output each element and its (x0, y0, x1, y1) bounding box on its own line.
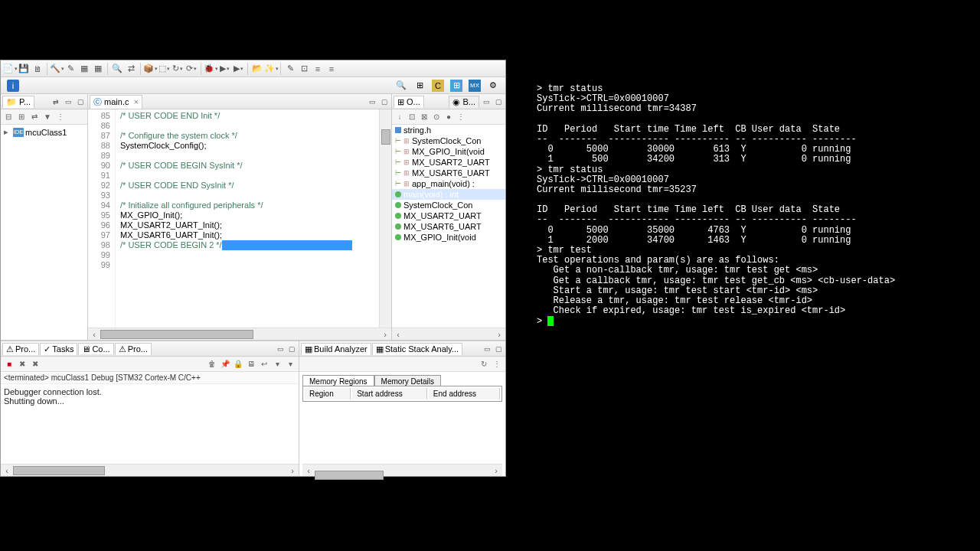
outline-menu-icon[interactable]: ⋮ (456, 112, 466, 122)
editor-tab[interactable]: ⓒ main.c × (90, 95, 142, 109)
maximize-editor-icon[interactable]: ▢ (379, 96, 390, 107)
code-line[interactable]: /* Configure the system clock */ (120, 131, 379, 141)
debug-icon[interactable]: 🐞 (204, 63, 217, 75)
sync-icon[interactable]: ⟳ (185, 63, 198, 75)
code-line[interactable]: /* Initialize all configured peripherals… (120, 201, 379, 210)
sort-icon[interactable]: ↓ (394, 112, 405, 122)
console-scrollbar[interactable]: ‹› (1, 464, 299, 476)
menu-icon[interactable]: ⋮ (55, 112, 66, 122)
info-icon[interactable]: i (7, 80, 19, 92)
filter2-icon[interactable]: ⊠ (419, 112, 430, 122)
outline-item[interactable]: MX_USART6_UART (392, 221, 505, 232)
save-all-icon[interactable]: 🗎 (31, 63, 44, 75)
save-icon[interactable]: 💾 (18, 63, 30, 75)
code-editor[interactable]: /* USER CODE END Init *//* Configure the… (116, 109, 379, 328)
memory-tab[interactable]: Memory Details (374, 375, 441, 386)
debug-perspective-icon[interactable]: ⊞ (450, 80, 462, 92)
code-line[interactable]: /* USER CODE BEGIN SysInit */ (120, 161, 379, 171)
minimize-editor-icon[interactable]: ▭ (367, 96, 377, 107)
tag-icon[interactable]: ⊡ (298, 63, 310, 75)
expand-icon[interactable]: ⊞ (16, 112, 27, 122)
outline-item[interactable]: ⊢⊞MX_USART6_UART (392, 168, 505, 178)
code-line[interactable] (120, 191, 379, 201)
new-console-icon[interactable]: ▾ (285, 359, 296, 370)
link-editor-icon[interactable]: ⇄ (51, 96, 61, 107)
project-tree[interactable]: ▸ IDE mcuClass1 (1, 125, 87, 340)
build-icon[interactable]: 🔨 (51, 63, 63, 75)
project-explorer-tab[interactable]: 📁 P... (2, 96, 34, 108)
wrap-icon[interactable]: ↩ (259, 359, 270, 370)
filter-icon[interactable]: ▼ (42, 112, 53, 122)
bottom-tab[interactable]: ▦Build Analyzer (301, 343, 371, 355)
edit-icon[interactable]: ✎ (284, 63, 296, 75)
min-console-icon[interactable]: ▭ (275, 345, 286, 353)
wand2-icon[interactable]: ✨ (265, 63, 277, 75)
wand-icon[interactable]: ✎ (64, 63, 77, 75)
editor-horizontal-scrollbar[interactable]: ‹ › (88, 328, 391, 340)
bottom-tab[interactable]: ▦Static Stack Analy... (372, 343, 462, 355)
outline-item[interactable]: main(void) : int (392, 189, 505, 200)
close-tab-icon[interactable]: × (134, 97, 139, 106)
list-icon[interactable]: ≡ (312, 63, 324, 75)
search-icon[interactable]: 🔍 (111, 63, 123, 75)
remove-icon[interactable]: ✖ (17, 359, 28, 370)
filter3-icon[interactable]: ⊙ (431, 112, 442, 122)
console-output[interactable]: Debugger connection lost.Shutting down..… (1, 384, 299, 464)
mx-perspective-icon[interactable]: MX (469, 80, 481, 92)
outline-scrollbar[interactable]: ‹ › (392, 328, 505, 340)
code-line[interactable]: /* USER CODE END SysInit */ (120, 181, 379, 191)
memory-scrollbar[interactable]: ‹ › (302, 464, 502, 476)
open-console-icon[interactable]: ▾ (272, 359, 283, 370)
lock-icon[interactable]: 🔒 (233, 359, 243, 370)
refresh-build-icon[interactable]: ↻ (479, 359, 489, 370)
minimize-outline-icon[interactable]: ▭ (481, 96, 492, 107)
pin-icon[interactable]: 📌 (220, 359, 230, 370)
collapse-all-icon[interactable]: ⊟ (3, 112, 14, 122)
serial-terminal[interactable]: > tmr status SysTick->CTRL=0x00010007 Cu… (506, 0, 980, 551)
folder-open-icon[interactable]: 📂 (251, 63, 263, 75)
minimize-view-icon[interactable]: ▭ (63, 96, 74, 107)
max-console-icon[interactable]: ▢ (286, 345, 297, 353)
maximize-outline-icon[interactable]: ▢ (493, 96, 504, 107)
outline-item[interactable]: SystemClock_Con (392, 200, 505, 210)
outline-item[interactable]: string.h (392, 125, 505, 135)
outline-item[interactable]: MX_GPIO_Init(void (392, 232, 505, 243)
chip2-icon[interactable]: ▦ (92, 63, 104, 75)
c-perspective-icon[interactable]: C (432, 80, 444, 92)
remove-all-icon[interactable]: ✖ (30, 359, 41, 370)
build-tab[interactable]: ◉ B... (449, 96, 479, 108)
build-menu-icon[interactable]: ⋮ (492, 359, 502, 370)
run-ext-icon[interactable]: ▶ (232, 63, 244, 75)
editor-vertical-scrollbar[interactable] (379, 109, 391, 328)
outline-item[interactable]: ⊢⊞MX_GPIO_Init(void (392, 146, 505, 157)
code-line[interactable]: MX_USART6_UART_Init(); (120, 230, 379, 240)
code-line[interactable] (120, 151, 379, 161)
link-icon[interactable]: ⇄ (125, 63, 137, 75)
search2-icon[interactable]: 🔍 (395, 80, 407, 92)
outline-item[interactable]: MX_USART2_UART (392, 210, 505, 221)
box-icon[interactable]: 📦 (144, 63, 156, 75)
outline-list[interactable]: string.h⊢⊞SystemClock_Con⊢⊞MX_GPIO_Init(… (392, 125, 505, 328)
display-icon[interactable]: 🖥 (246, 359, 256, 370)
scroll-left-icon[interactable]: ‹ (88, 330, 100, 339)
outline-item[interactable]: ⊢⊞SystemClock_Con (392, 135, 505, 146)
scroll-right-icon[interactable]: › (379, 330, 391, 339)
code-line[interactable] (120, 121, 379, 131)
outline-item[interactable]: ⊢⊞MX_USART2_UART (392, 157, 505, 168)
list2-icon[interactable]: ≡ (325, 63, 338, 75)
max-build-icon[interactable]: ▢ (493, 345, 504, 353)
memory-tab[interactable]: Memory Regions (302, 375, 374, 386)
code-line[interactable] (120, 171, 379, 181)
new-icon[interactable]: 📄 (4, 63, 16, 75)
min-build-icon[interactable]: ▭ (482, 345, 492, 353)
code-line[interactable]: MX_USART2_UART_Init(); (120, 220, 379, 230)
filter4-icon[interactable]: ● (443, 112, 454, 122)
code-line[interactable]: /* USER CODE BEGIN 2 */ (120, 240, 379, 250)
code-line[interactable]: SystemClock_Config(); (120, 141, 379, 151)
terminate-icon[interactable]: ■ (4, 359, 15, 370)
link-icon[interactable]: ⇄ (29, 112, 40, 122)
expand-toggle-icon[interactable]: ▸ (4, 127, 11, 137)
cube-icon[interactable]: ⬚ (158, 63, 170, 75)
chip-icon[interactable]: ▦ (78, 63, 90, 75)
open-perspective-icon[interactable]: ⊞ (413, 80, 426, 92)
